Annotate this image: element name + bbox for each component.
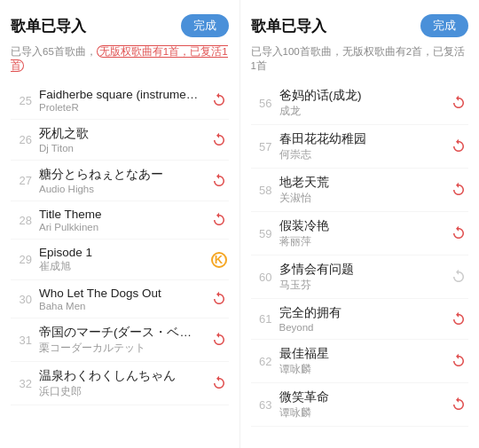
song-index: 59 xyxy=(251,227,272,240)
song-name: 完全的拥有 xyxy=(279,305,444,321)
song-name: 假装冷艳 xyxy=(279,218,444,234)
song-status-icon[interactable] xyxy=(449,267,468,287)
song-info: Episode 1崔成旭 xyxy=(39,246,204,273)
song-artist: 栗コーダーカルテット xyxy=(39,342,204,355)
song-name: Episode 1 xyxy=(39,246,204,259)
song-artist: 蒋丽萍 xyxy=(279,235,444,248)
song-name: 春田花花幼稚园 xyxy=(279,131,444,147)
song-artist: Ari Pulkkinen xyxy=(39,222,204,232)
song-status-icon[interactable] xyxy=(449,310,468,329)
song-status-icon[interactable] xyxy=(449,224,468,243)
song-artist: 谭咏麟 xyxy=(279,363,444,376)
song-name: 死机之歌 xyxy=(39,126,204,142)
left-panel: 歌单已导入 完成 已导入65首歌曲，无版权歌曲有1首，已复活1首 25Faidh… xyxy=(0,0,240,448)
song-index: 58 xyxy=(251,184,272,197)
song-artist: Audio Highs xyxy=(39,184,204,194)
song-info: 假装冷艳蒋丽萍 xyxy=(279,218,444,248)
list-item: 62最佳福星谭咏麟 xyxy=(251,340,469,383)
list-item: 25Faidherbe square (instrumental)Prolete… xyxy=(11,82,229,120)
song-artist: 谭咏麟 xyxy=(279,406,444,420)
song-status-icon[interactable] xyxy=(209,210,229,230)
song-status-icon[interactable]: K xyxy=(209,250,229,270)
song-name: 帝国のマーチ(ダース・ベイダーのテー... xyxy=(39,325,204,341)
left-status-normal: 已导入65首歌曲， xyxy=(11,46,97,57)
song-artist: 关淑怡 xyxy=(279,192,444,205)
song-name: Title Theme xyxy=(39,208,204,221)
song-index: 29 xyxy=(11,253,32,266)
song-index: 28 xyxy=(11,214,32,227)
song-info: 温泉わくわくしんちゃん浜口史郎 xyxy=(39,368,204,398)
song-info: 爸妈的话(成龙)成龙 xyxy=(279,88,444,118)
list-item: 27糖分とらねぇとなあーAudio Highs xyxy=(11,161,229,201)
right-panel: 歌单已导入 完成 已导入100首歌曲，无版权歌曲有2首，已复活1首 56爸妈的话… xyxy=(240,0,480,448)
song-status-icon[interactable] xyxy=(209,171,229,191)
song-info: 完全的拥有Beyond xyxy=(279,305,444,333)
song-index: 56 xyxy=(251,97,272,110)
list-item: 56爸妈的话(成龙)成龙 xyxy=(251,82,469,125)
list-item: 61完全的拥有Beyond xyxy=(251,299,469,340)
song-artist: 何崇志 xyxy=(279,148,444,161)
song-status-icon[interactable] xyxy=(209,90,229,110)
song-index: 63 xyxy=(251,398,272,412)
list-item: 32温泉わくわくしんちゃん浜口史郎 xyxy=(11,362,229,405)
song-info: 死机之歌Dj Titon xyxy=(39,126,204,153)
song-info: 帝国のマーチ(ダース・ベイダーのテー...栗コーダーカルテット xyxy=(39,325,204,355)
song-status-icon[interactable] xyxy=(209,330,229,350)
song-index: 57 xyxy=(251,140,272,153)
list-item: 31帝国のマーチ(ダース・ベイダーのテー...栗コーダーカルテット xyxy=(11,318,229,362)
list-item: 58地老天荒关淑怡 xyxy=(251,169,469,212)
song-index: 27 xyxy=(11,174,32,187)
song-artist: ProleteR xyxy=(39,102,204,113)
song-info: 春田花花幼稚园何崇志 xyxy=(279,131,444,161)
song-artist: 成龙 xyxy=(279,105,444,118)
song-artist: 浜口史郎 xyxy=(39,385,204,398)
song-index: 31 xyxy=(11,334,32,347)
right-panel-header: 歌单已导入 完成 xyxy=(251,14,469,37)
left-complete-button[interactable]: 完成 xyxy=(181,14,229,37)
song-info: Who Let The Dogs OutBaha Men xyxy=(39,287,204,311)
song-name: 爸妈的话(成龙) xyxy=(279,88,444,104)
list-item: 59假装冷艳蒋丽萍 xyxy=(251,212,469,255)
song-info: 糖分とらねぇとなあーAudio Highs xyxy=(39,167,204,194)
song-status-icon[interactable] xyxy=(209,373,229,393)
left-panel-title: 歌单已导入 xyxy=(11,16,86,36)
right-song-list: 56爸妈的话(成龙)成龙 57春田花花幼稚园何崇志 58地老天荒关淑怡 59假装… xyxy=(251,82,469,434)
song-index: 26 xyxy=(11,133,32,146)
song-index: 60 xyxy=(251,271,272,284)
song-index: 25 xyxy=(11,94,32,107)
song-name: Faidherbe square (instrumental) xyxy=(39,88,204,101)
song-artist: 马玉芬 xyxy=(279,279,444,292)
song-status-icon[interactable] xyxy=(449,180,468,200)
song-info: Title ThemeAri Pulkkinen xyxy=(39,208,204,232)
song-info: Faidherbe square (instrumental)ProleteR xyxy=(39,88,204,113)
right-complete-button[interactable]: 完成 xyxy=(420,14,468,37)
left-panel-header: 歌单已导入 完成 xyxy=(11,14,229,37)
list-item: 30Who Let The Dogs OutBaha Men xyxy=(11,280,229,318)
song-info: 多情会有问题马玉芬 xyxy=(279,262,444,292)
song-status-icon[interactable] xyxy=(449,137,468,156)
song-info: 最佳福星谭咏麟 xyxy=(279,346,444,376)
song-name: 最佳福星 xyxy=(279,346,444,362)
song-status-icon[interactable] xyxy=(209,289,229,309)
song-artist: Dj Titon xyxy=(39,143,204,153)
left-status: 已导入65首歌曲，无版权歌曲有1首，已复活1首 xyxy=(11,44,229,73)
song-artist: Beyond xyxy=(279,322,444,333)
song-name: 糖分とらねぇとなあー xyxy=(39,167,204,183)
song-index: 62 xyxy=(251,355,272,368)
right-panel-title: 歌单已导入 xyxy=(251,16,326,36)
song-info: 微笑革命谭咏麟 xyxy=(279,389,444,420)
song-status-icon[interactable] xyxy=(449,395,468,414)
song-artist: 崔成旭 xyxy=(39,260,204,273)
song-name: 多情会有问题 xyxy=(279,262,444,278)
song-status-icon[interactable] xyxy=(449,93,468,113)
list-item: 26死机之歌Dj Titon xyxy=(11,120,229,161)
list-item: 63微笑革命谭咏麟 xyxy=(251,383,469,427)
song-status-icon[interactable] xyxy=(449,351,468,371)
list-item: 28Title ThemeAri Pulkkinen xyxy=(11,201,229,240)
song-artist: Baha Men xyxy=(39,301,204,311)
song-name: 地老天荒 xyxy=(279,175,444,191)
list-item: 29Episode 1崔成旭K xyxy=(11,240,229,280)
right-status: 已导入100首歌曲，无版权歌曲有2首，已复活1首 xyxy=(251,44,469,73)
song-status-icon[interactable] xyxy=(209,130,229,150)
list-item: 60多情会有问题马玉芬 xyxy=(251,255,469,299)
